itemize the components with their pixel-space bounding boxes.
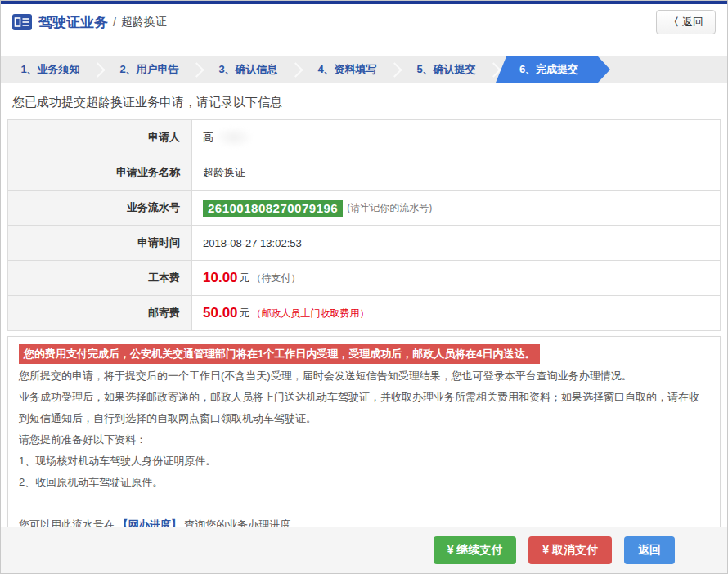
applicant-label: 申请人 xyxy=(8,120,192,155)
postage-fee-label: 邮寄费 xyxy=(8,296,192,330)
notice-banner: 您的费用支付完成后，公安机关交通管理部门将在1个工作日内受理，受理成功后，邮政人… xyxy=(19,344,540,364)
applicant-name: 高 xyxy=(203,130,213,145)
notice-paragraph-4: 1、现场核对机动车驾驶人身份证明原件。 xyxy=(19,451,709,472)
breadcrumb-current: 超龄换证 xyxy=(121,15,167,29)
steps-bar: 1、业务须知 2、用户申告 3、确认信息 4、资料填写 5、确认提交 6、完成提… xyxy=(1,56,727,83)
table-row-production-fee: 工本费 10.00 元 （待支付） xyxy=(8,261,720,296)
page-title: 驾驶证业务 xyxy=(38,13,108,32)
success-message: 您已成功提交超龄换证业务申请，请记录以下信息 xyxy=(12,95,716,110)
step-1-business-notice: 1、业务须知 xyxy=(1,56,100,83)
serial-number-badge: 261001808270079196 xyxy=(203,200,343,217)
serial-number-value: 261001808270079196 (请牢记你的流水号) xyxy=(192,191,720,225)
production-fee-value: 10.00 元 （待支付） xyxy=(192,261,720,295)
step-5-confirm-submit: 5、确认提交 xyxy=(397,56,496,83)
applicant-value: 高 xyxy=(192,120,720,155)
apply-time-value: 2018-08-27 13:02:53 xyxy=(192,226,720,260)
business-name-label: 申请业务名称 xyxy=(8,155,192,190)
back-button[interactable]: 〈 返回 xyxy=(656,10,716,34)
breadcrumb-separator: / xyxy=(113,16,116,29)
continue-payment-button[interactable]: ¥ 继续支付 xyxy=(434,536,517,564)
notice-paragraph-5: 2、收回原机动车驾驶证原件。 xyxy=(19,472,709,493)
notice-box: 您的费用支付完成后，公安机关交通管理部门将在1个工作日内受理，受理成功后，邮政人… xyxy=(7,336,721,545)
production-fee-label: 工本费 xyxy=(8,261,192,295)
production-fee-unit: 元 xyxy=(240,271,250,285)
notice-paragraph-2: 业务成功受理后，如果选择邮政寄递的，邮政人员将上门送达机动车驾驶证，并收取办理业… xyxy=(19,387,709,429)
serial-number-note: (请牢记你的流水号) xyxy=(347,201,432,215)
table-row-serial-number: 业务流水号 261001808270079196 (请牢记你的流水号) xyxy=(8,191,720,226)
applicant-name-redaction xyxy=(214,127,254,148)
step-3-confirm-info: 3、确认信息 xyxy=(199,56,298,83)
postage-fee-amount: 50.00 xyxy=(203,305,238,321)
notice-paragraph-3: 请您提前准备好以下资料： xyxy=(19,429,709,451)
cancel-payment-button[interactable]: ¥ 取消支付 xyxy=(528,536,612,564)
table-row-applicant: 申请人 高 xyxy=(8,120,720,155)
production-fee-amount: 10.00 xyxy=(203,270,238,286)
notice-paragraph-1: 您所提交的申请，将于提交后的一个工作日(不含当天)受理，届时会发送短信告知受理结… xyxy=(19,365,709,387)
page: 驾驶证业务 / 超龄换证 〈 返回 1、业务须知 2、用户申告 3、确认信息 4… xyxy=(0,0,728,574)
table-row-business-name: 申请业务名称 超龄换证 xyxy=(8,155,720,191)
header: 驾驶证业务 / 超龄换证 〈 返回 xyxy=(1,4,727,40)
table-row-postage-fee: 邮寄费 50.00 元 （邮政人员上门收取费用） xyxy=(8,296,720,331)
postage-fee-unit: 元 xyxy=(240,306,250,321)
business-name-value: 超龄换证 xyxy=(192,155,720,190)
application-info-table: 申请人 高 申请业务名称 超龄换证 业务流水号 2610018082700791… xyxy=(7,119,721,331)
notice-gap xyxy=(19,493,709,514)
chevron-left-icon: 〈 xyxy=(668,15,679,29)
production-fee-note: （待支付） xyxy=(252,271,301,285)
license-service-icon xyxy=(12,14,32,30)
step-2-user-declaration: 2、用户申告 xyxy=(100,56,199,83)
postage-fee-value: 50.00 元 （邮政人员上门收取费用） xyxy=(192,296,720,330)
step-4-fill-materials: 4、资料填写 xyxy=(298,56,397,83)
footer-action-bar: ¥ 继续支付 ¥ 取消支付 返回 xyxy=(1,527,727,573)
back-button-label: 返回 xyxy=(682,15,703,29)
step-6-complete-submit: 6、完成提交 xyxy=(496,56,610,83)
apply-time-label: 申请时间 xyxy=(8,226,192,260)
return-button[interactable]: 返回 xyxy=(624,536,675,564)
postage-fee-note: （邮政人员上门收取费用） xyxy=(252,307,370,321)
table-row-apply-time: 申请时间 2018-08-27 13:02:53 xyxy=(8,226,720,261)
serial-number-label: 业务流水号 xyxy=(8,191,192,225)
